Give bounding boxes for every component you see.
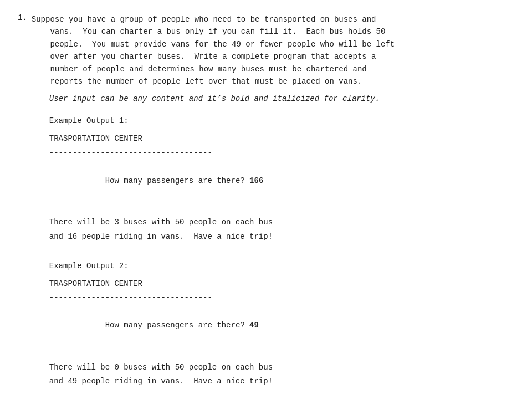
output-prompt-2: How many passengers are there? 49 (49, 305, 395, 347)
prompt-text-1: How many passengers are there? (105, 176, 249, 185)
italic-note: User input can be any content and it’s b… (49, 94, 395, 103)
problem-number: 1. (18, 13, 27, 406)
output-result2-1: and 16 people riding in vans. Have a nic… (49, 230, 395, 244)
example-section-1: Example Output 1: TRASPORTATION CENTER -… (49, 116, 395, 244)
output-result1-1: There will be 3 buses with 50 people on … (49, 216, 395, 229)
problem-body: Suppose you have a group of people who n… (32, 13, 395, 406)
example-title-1: Example Output 1: (49, 116, 395, 125)
output-divider-2: ----------------------------------- (49, 291, 395, 305)
input-value-2: 49 (249, 321, 259, 330)
problem-container: 1. Suppose you have a group of people wh… (18, 13, 505, 406)
output-header-2: TRASPORTATION CENTER (49, 277, 395, 291)
output-spacer-1 (49, 202, 395, 216)
output-result2-2: and 49 people riding in vans. Have a nic… (49, 375, 395, 388)
prompt-text-2: How many passengers are there? (105, 321, 249, 330)
output-spacer-2 (49, 347, 395, 361)
italic-note-text: User input can be any content and it’s b… (49, 94, 380, 103)
problem-item: 1. Suppose you have a group of people wh… (18, 13, 505, 406)
output-block-2: TRASPORTATION CENTER -------------------… (49, 277, 395, 389)
input-value-1: 166 (249, 176, 263, 185)
example-section-2: Example Output 2: TRASPORTATION CENTER -… (49, 262, 395, 389)
output-header-1: TRASPORTATION CENTER (49, 132, 395, 146)
example-title-2: Example Output 2: (49, 262, 395, 270)
output-divider-1: ----------------------------------- (49, 146, 395, 160)
output-result1-2: There will be 0 buses with 50 people on … (49, 361, 395, 375)
output-prompt-1: How many passengers are there? 166 (49, 160, 395, 202)
output-block-1: TRASPORTATION CENTER -------------------… (49, 132, 395, 244)
problem-text: Suppose you have a group of people who n… (32, 13, 395, 88)
